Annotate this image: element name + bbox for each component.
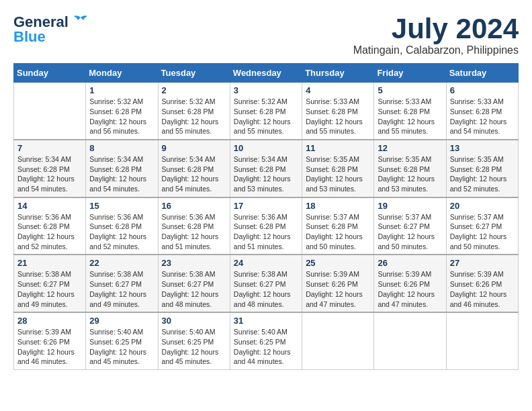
day-info: Sunrise: 5:32 AMSunset: 6:28 PMDaylight:… — [162, 97, 226, 136]
calendar-cell: 27Sunrise: 5:39 AMSunset: 6:26 PMDayligh… — [446, 255, 518, 312]
calendar-cell: 4Sunrise: 5:33 AMSunset: 6:28 PMDaylight… — [302, 83, 374, 140]
day-number: 26 — [378, 258, 442, 268]
day-info: Sunrise: 5:34 AMSunset: 6:28 PMDaylight:… — [17, 154, 82, 194]
day-info: Sunrise: 5:38 AMSunset: 6:27 PMDaylight:… — [89, 269, 154, 309]
calendar-cell — [446, 312, 518, 369]
day-info: Sunrise: 5:35 AMSunset: 6:28 PMDaylight:… — [450, 154, 515, 194]
calendar-cell: 7Sunrise: 5:34 AMSunset: 6:28 PMDaylight… — [14, 140, 86, 197]
calendar-cell: 28Sunrise: 5:39 AMSunset: 6:26 PMDayligh… — [14, 312, 86, 369]
calendar-cell: 22Sunrise: 5:38 AMSunset: 6:27 PMDayligh… — [86, 255, 158, 312]
day-number: 3 — [234, 85, 298, 95]
subtitle: Matingain, Calabarzon, Philippines — [353, 44, 519, 56]
calendar-cell: 14Sunrise: 5:36 AMSunset: 6:28 PMDayligh… — [14, 197, 86, 255]
day-number: 25 — [306, 258, 370, 268]
calendar-cell: 13Sunrise: 5:35 AMSunset: 6:28 PMDayligh… — [446, 140, 518, 197]
calendar-cell: 3Sunrise: 5:32 AMSunset: 6:28 PMDaylight… — [230, 83, 302, 140]
calendar-cell: 24Sunrise: 5:38 AMSunset: 6:27 PMDayligh… — [230, 255, 302, 312]
day-number: 8 — [89, 143, 154, 153]
day-number: 17 — [234, 201, 298, 211]
calendar-cell: 21Sunrise: 5:38 AMSunset: 6:27 PMDayligh… — [14, 255, 86, 312]
calendar-cell: 12Sunrise: 5:35 AMSunset: 6:28 PMDayligh… — [374, 140, 446, 197]
day-number: 16 — [162, 201, 226, 211]
day-info: Sunrise: 5:34 AMSunset: 6:28 PMDaylight:… — [89, 154, 154, 194]
calendar-cell: 5Sunrise: 5:33 AMSunset: 6:28 PMDaylight… — [374, 83, 446, 140]
day-info: Sunrise: 5:37 AMSunset: 6:27 PMDaylight:… — [450, 212, 515, 252]
week-row-2: 7Sunrise: 5:34 AMSunset: 6:28 PMDaylight… — [14, 140, 519, 197]
day-number: 14 — [17, 201, 82, 211]
day-info: Sunrise: 5:35 AMSunset: 6:28 PMDaylight:… — [378, 154, 442, 194]
calendar-cell: 9Sunrise: 5:34 AMSunset: 6:28 PMDaylight… — [158, 140, 230, 197]
day-header-wednesday: Wednesday — [230, 64, 302, 83]
calendar-cell — [14, 83, 86, 140]
calendar-cell: 26Sunrise: 5:39 AMSunset: 6:26 PMDayligh… — [374, 255, 446, 312]
day-info: Sunrise: 5:39 AMSunset: 6:26 PMDaylight:… — [378, 269, 442, 309]
day-info: Sunrise: 5:36 AMSunset: 6:28 PMDaylight:… — [17, 212, 82, 252]
day-info: Sunrise: 5:38 AMSunset: 6:27 PMDaylight:… — [162, 269, 226, 309]
calendar-cell: 15Sunrise: 5:36 AMSunset: 6:28 PMDayligh… — [86, 197, 158, 255]
day-header-friday: Friday — [374, 64, 446, 83]
calendar-cell: 8Sunrise: 5:34 AMSunset: 6:28 PMDaylight… — [86, 140, 158, 197]
day-info: Sunrise: 5:37 AMSunset: 6:28 PMDaylight:… — [306, 212, 370, 252]
day-header-monday: Monday — [86, 64, 158, 83]
day-info: Sunrise: 5:38 AMSunset: 6:27 PMDaylight:… — [17, 269, 82, 309]
logo-bird-icon — [71, 15, 90, 30]
calendar-cell — [302, 312, 374, 369]
day-info: Sunrise: 5:33 AMSunset: 6:28 PMDaylight:… — [378, 97, 442, 136]
calendar-cell: 16Sunrise: 5:36 AMSunset: 6:28 PMDayligh… — [158, 197, 230, 255]
day-number: 7 — [17, 143, 82, 153]
calendar-cell: 29Sunrise: 5:40 AMSunset: 6:25 PMDayligh… — [86, 312, 158, 369]
day-number: 11 — [306, 143, 370, 153]
day-number: 22 — [89, 258, 154, 268]
logo: General Blue — [13, 13, 90, 46]
calendar-cell: 11Sunrise: 5:35 AMSunset: 6:28 PMDayligh… — [302, 140, 374, 197]
day-number: 20 — [450, 201, 515, 211]
day-number: 6 — [450, 85, 515, 95]
day-number: 18 — [306, 201, 370, 211]
day-number: 19 — [378, 201, 442, 211]
day-number: 23 — [162, 258, 226, 268]
day-info: Sunrise: 5:33 AMSunset: 6:28 PMDaylight:… — [306, 97, 370, 136]
day-info: Sunrise: 5:40 AMSunset: 6:25 PMDaylight:… — [234, 327, 298, 367]
calendar-cell: 2Sunrise: 5:32 AMSunset: 6:28 PMDaylight… — [158, 83, 230, 140]
day-number: 15 — [89, 201, 154, 211]
calendar-cell: 17Sunrise: 5:36 AMSunset: 6:28 PMDayligh… — [230, 197, 302, 255]
title-area: July 2024 Matingain, Calabarzon, Philipp… — [353, 13, 519, 56]
calendar-cell: 19Sunrise: 5:37 AMSunset: 6:27 PMDayligh… — [374, 197, 446, 255]
day-info: Sunrise: 5:34 AMSunset: 6:28 PMDaylight:… — [162, 154, 226, 194]
calendar-cell: 18Sunrise: 5:37 AMSunset: 6:28 PMDayligh… — [302, 197, 374, 255]
week-row-3: 14Sunrise: 5:36 AMSunset: 6:28 PMDayligh… — [14, 197, 519, 255]
week-row-1: 1Sunrise: 5:32 AMSunset: 6:28 PMDaylight… — [14, 83, 519, 140]
day-info: Sunrise: 5:33 AMSunset: 6:28 PMDaylight:… — [450, 97, 515, 136]
logo-blue: Blue — [13, 28, 46, 46]
day-number: 27 — [450, 258, 515, 268]
day-info: Sunrise: 5:36 AMSunset: 6:28 PMDaylight:… — [234, 212, 298, 252]
day-info: Sunrise: 5:39 AMSunset: 6:26 PMDaylight:… — [306, 269, 370, 309]
day-info: Sunrise: 5:36 AMSunset: 6:28 PMDaylight:… — [162, 212, 226, 252]
calendar-cell: 1Sunrise: 5:32 AMSunset: 6:28 PMDaylight… — [86, 83, 158, 140]
day-info: Sunrise: 5:37 AMSunset: 6:27 PMDaylight:… — [378, 212, 442, 252]
day-info: Sunrise: 5:39 AMSunset: 6:26 PMDaylight:… — [17, 327, 82, 367]
day-number: 30 — [162, 316, 226, 326]
day-info: Sunrise: 5:32 AMSunset: 6:28 PMDaylight:… — [234, 97, 298, 136]
day-info: Sunrise: 5:40 AMSunset: 6:25 PMDaylight:… — [162, 327, 226, 367]
day-number: 31 — [234, 316, 298, 326]
calendar-cell: 25Sunrise: 5:39 AMSunset: 6:26 PMDayligh… — [302, 255, 374, 312]
day-info: Sunrise: 5:40 AMSunset: 6:25 PMDaylight:… — [89, 327, 154, 367]
day-info: Sunrise: 5:35 AMSunset: 6:28 PMDaylight:… — [306, 154, 370, 194]
day-number: 12 — [378, 143, 442, 153]
day-info: Sunrise: 5:32 AMSunset: 6:28 PMDaylight:… — [89, 97, 154, 136]
day-number: 21 — [17, 258, 82, 268]
day-info: Sunrise: 5:39 AMSunset: 6:26 PMDaylight:… — [450, 269, 515, 309]
day-number: 10 — [234, 143, 298, 153]
day-number: 9 — [162, 143, 226, 153]
day-number: 24 — [234, 258, 298, 268]
main-title: July 2024 — [353, 13, 519, 44]
day-info: Sunrise: 5:38 AMSunset: 6:27 PMDaylight:… — [234, 269, 298, 309]
calendar-cell: 20Sunrise: 5:37 AMSunset: 6:27 PMDayligh… — [446, 197, 518, 255]
day-header-thursday: Thursday — [302, 64, 374, 83]
day-info: Sunrise: 5:34 AMSunset: 6:28 PMDaylight:… — [234, 154, 298, 194]
day-header-tuesday: Tuesday — [158, 64, 230, 83]
day-header-sunday: Sunday — [14, 64, 86, 83]
header: General Blue July 2024 Matingain, Calaba… — [13, 13, 519, 56]
calendar-cell — [374, 312, 446, 369]
